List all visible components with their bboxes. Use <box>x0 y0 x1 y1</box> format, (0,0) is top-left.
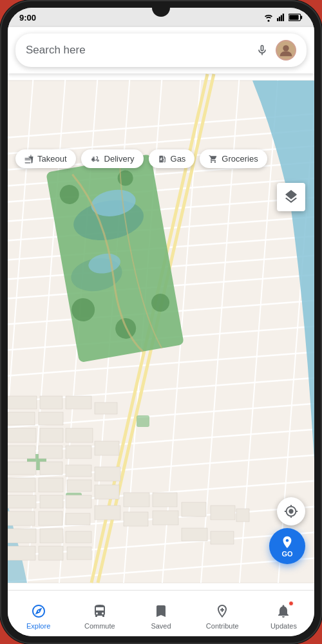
wifi-icon <box>263 13 274 22</box>
svg-rect-97 <box>211 506 235 520</box>
chip-groceries[interactable]: Groceries <box>200 149 267 168</box>
svg-rect-98 <box>211 531 234 544</box>
svg-rect-58 <box>40 396 62 409</box>
svg-rect-77 <box>8 495 36 508</box>
svg-rect-89 <box>8 546 35 560</box>
svg-rect-99 <box>236 509 249 522</box>
status-icons <box>263 13 303 22</box>
chip-gas[interactable]: Gas <box>149 149 195 168</box>
svg-rect-76 <box>95 467 120 481</box>
svg-rect-79 <box>66 495 91 508</box>
svg-rect-82 <box>66 513 90 525</box>
svg-rect-3 <box>281 15 282 21</box>
svg-rect-62 <box>39 412 63 425</box>
svg-point-0 <box>268 20 270 22</box>
contribute-icon <box>214 603 230 619</box>
svg-rect-95 <box>182 502 206 516</box>
mic-icon[interactable] <box>255 43 269 57</box>
search-input-placeholder[interactable]: Search here <box>26 44 249 57</box>
svg-rect-56 <box>137 415 149 427</box>
nav-item-saved[interactable]: Saved <box>130 597 191 630</box>
updates-icon <box>276 603 291 619</box>
svg-rect-70 <box>8 462 36 475</box>
svg-rect-7 <box>289 15 298 20</box>
svg-rect-68 <box>66 446 91 459</box>
svg-rect-85 <box>153 493 177 507</box>
status-bar: 9:00 <box>8 8 314 27</box>
svg-point-9 <box>283 45 289 51</box>
svg-rect-74 <box>39 478 63 492</box>
svg-rect-90 <box>39 546 63 560</box>
commute-icon <box>92 603 108 619</box>
nav-item-explore[interactable]: Explore <box>8 597 69 630</box>
search-bar-container: Search here <box>8 27 314 73</box>
bottom-nav: Explore Commute Saved <box>8 590 314 636</box>
nav-label-updates: Updates <box>270 622 297 630</box>
svg-rect-93 <box>124 512 148 526</box>
svg-rect-60 <box>95 402 117 414</box>
nav-item-commute[interactable]: Commute <box>69 597 130 630</box>
chip-groceries-label: Groceries <box>222 154 258 164</box>
nav-item-updates[interactable]: Updates <box>253 597 314 630</box>
chip-gas-label: Gas <box>171 154 186 164</box>
svg-rect-84 <box>124 493 149 507</box>
svg-rect-92 <box>95 506 120 520</box>
svg-rect-83 <box>95 485 119 499</box>
my-location-button[interactable] <box>277 497 305 526</box>
svg-rect-78 <box>40 495 63 508</box>
go-button[interactable]: GO <box>269 528 305 564</box>
user-avatar[interactable] <box>276 40 296 61</box>
chip-takeout[interactable]: Takeout <box>15 149 76 168</box>
svg-rect-72 <box>66 465 91 477</box>
chip-takeout-label: Takeout <box>37 154 67 164</box>
chip-delivery-label: Delivery <box>104 154 135 164</box>
battery-icon <box>289 14 303 21</box>
svg-rect-71 <box>40 462 62 475</box>
svg-rect-86 <box>8 529 36 543</box>
go-button-label: GO <box>281 550 292 558</box>
svg-rect-64 <box>40 428 63 442</box>
svg-rect-63 <box>8 428 36 442</box>
svg-rect-66 <box>8 446 35 459</box>
svg-rect-61 <box>8 412 35 425</box>
filter-chips: Takeout Delivery Gas Groceries <box>8 144 314 173</box>
updates-icon-wrap <box>274 602 292 620</box>
notification-dot <box>289 601 294 606</box>
saved-icon <box>153 603 169 619</box>
svg-rect-81 <box>39 511 62 526</box>
svg-rect-67 <box>39 446 62 459</box>
svg-rect-75 <box>67 480 91 491</box>
nav-item-contribute[interactable]: Contribute <box>192 597 253 630</box>
nav-label-explore: Explore <box>26 622 50 630</box>
svg-rect-69 <box>95 441 119 455</box>
svg-rect-65 <box>66 428 93 442</box>
svg-rect-80 <box>8 511 35 526</box>
map-area[interactable]: Takeout Delivery Gas Groceries <box>8 73 314 590</box>
contribute-icon-wrap <box>213 602 231 620</box>
svg-rect-4 <box>283 14 284 21</box>
signal-icon <box>277 13 286 22</box>
svg-rect-6 <box>301 15 302 19</box>
nav-label-contribute: Contribute <box>206 622 239 630</box>
status-time: 9:00 <box>19 13 36 23</box>
phone-screen: 9:00 <box>8 8 314 636</box>
nav-label-commute: Commute <box>84 622 115 630</box>
layer-button[interactable] <box>277 183 305 211</box>
svg-rect-96 <box>182 528 207 541</box>
chip-delivery[interactable]: Delivery <box>81 149 144 168</box>
notch <box>152 8 170 17</box>
svg-rect-88 <box>66 531 91 543</box>
commute-icon-wrap <box>91 602 109 620</box>
svg-rect-94 <box>153 511 178 525</box>
search-bar[interactable]: Search here <box>15 33 307 67</box>
phone-frame: 9:00 <box>0 0 322 644</box>
svg-rect-87 <box>40 529 63 543</box>
svg-rect-91 <box>67 547 91 560</box>
svg-rect-57 <box>8 396 37 409</box>
svg-rect-2 <box>279 17 280 21</box>
saved-icon-wrap <box>152 602 170 620</box>
nav-label-saved: Saved <box>151 622 171 630</box>
explore-icon <box>31 603 46 619</box>
svg-rect-73 <box>8 478 35 492</box>
svg-rect-1 <box>277 18 278 21</box>
